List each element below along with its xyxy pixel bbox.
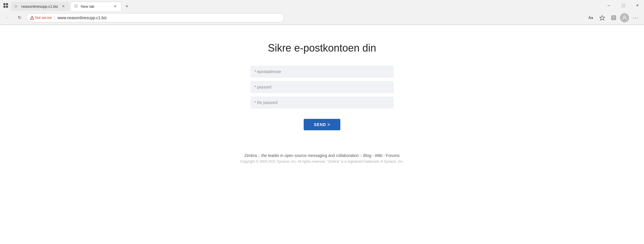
svg-rect-3 <box>6 6 8 8</box>
toolbar-right: Aa ··· <box>586 13 641 23</box>
reload-button[interactable]: ↻ <box>15 13 24 22</box>
tab-label-1: neasonlinesupp.c1.biz <box>21 4 58 9</box>
maximize-button[interactable]: ⬜ <box>616 1 630 10</box>
password-field-container <box>250 81 394 93</box>
tab-favicon-1: ⊙ <box>14 4 19 9</box>
email-input[interactable] <box>250 66 394 78</box>
more-button[interactable]: ··· <box>630 13 641 23</box>
svg-rect-9 <box>614 17 615 17</box>
star-icon <box>599 15 605 21</box>
email-field-container <box>250 66 394 78</box>
favorites-button[interactable] <box>597 13 607 23</box>
send-button[interactable]: SEND > <box>304 119 341 130</box>
svg-rect-0 <box>3 3 5 5</box>
svg-rect-1 <box>6 3 8 5</box>
svg-rect-11 <box>614 18 615 19</box>
collections-icon <box>611 15 616 21</box>
page-content: Sikre e-postkontoen din SEND > Zimbra ::… <box>0 25 644 244</box>
address-bar: ← ↻ Not secure | www.neasonlinesupp.c1.b… <box>0 11 644 25</box>
address-bar-separator: | <box>54 15 55 20</box>
footer: Zimbra :: the leader in open source mess… <box>240 153 404 164</box>
tab-label-2: New tab <box>81 4 110 9</box>
tab-close-1[interactable]: ✕ <box>60 3 66 9</box>
window-icon[interactable] <box>2 2 9 9</box>
tab-favicon-2: ⬜ <box>74 4 78 9</box>
svg-rect-7 <box>612 16 616 20</box>
new-tab-button[interactable]: + <box>122 2 131 11</box>
svg-rect-8 <box>612 17 613 17</box>
warning-icon <box>30 16 34 20</box>
tab-new[interactable]: ⬜ New tab ✕ <box>70 2 122 11</box>
omnibox[interactable]: Not secure | www.neasonlinesupp.c1.biz <box>26 13 284 22</box>
tab-neasonlinesupp[interactable]: ⊙ neasonlinesupp.c1.biz ✕ <box>11 2 70 11</box>
page-title: Sikre e-postkontoen din <box>268 42 376 54</box>
footer-copyright-text: Copyright © 2005-2021 Synacor, Inc. All … <box>240 160 404 164</box>
repassword-input[interactable] <box>250 97 394 109</box>
svg-rect-10 <box>612 18 613 19</box>
repassword-field-container <box>250 97 394 109</box>
profile-button[interactable] <box>620 13 629 22</box>
tab-close-2[interactable]: ✕ <box>112 3 118 9</box>
read-aloud-button[interactable]: Aa <box>586 13 596 23</box>
not-secure-warning: Not secure <box>30 16 52 20</box>
svg-marker-6 <box>600 15 605 20</box>
profile-icon <box>622 15 627 20</box>
form-container: Sikre e-postkontoen din SEND > <box>250 42 394 130</box>
svg-rect-2 <box>3 6 5 8</box>
password-input[interactable] <box>250 81 394 93</box>
svg-point-5 <box>32 19 32 19</box>
back-button[interactable]: ← <box>3 13 13 22</box>
close-button[interactable]: ✕ <box>631 1 644 10</box>
minimize-button[interactable]: ─ <box>602 1 615 10</box>
footer-main-text: Zimbra :: the leader in open source mess… <box>240 153 404 158</box>
not-secure-text: Not secure <box>35 16 52 20</box>
browser-chrome: ⊙ neasonlinesupp.c1.biz ✕ ⬜ New tab ✕ + … <box>0 0 644 25</box>
url-text: www.neasonlinesupp.c1.biz <box>58 15 107 20</box>
collections-button[interactable] <box>608 13 619 23</box>
window-controls: ─ ⬜ ✕ <box>602 1 644 10</box>
